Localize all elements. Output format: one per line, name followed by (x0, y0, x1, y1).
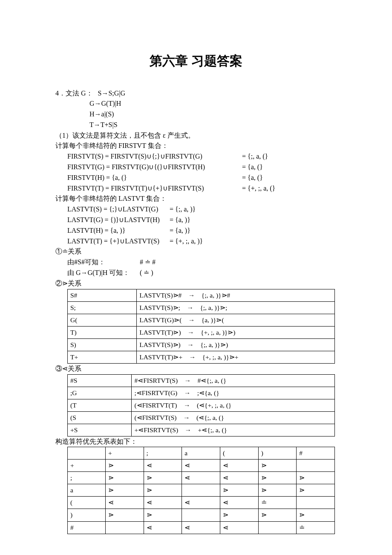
gt-c2: LASTVT(T)⋗) (139, 329, 181, 336)
prec-col-hdr: a (182, 447, 220, 460)
lastvt-row: LASTVT(H) = {a, )}= {a, )} (55, 225, 337, 236)
arrow-icon: → (187, 304, 193, 311)
table-row: + ; a ( ) # (68, 447, 335, 460)
prec-cell: ⋖ (144, 460, 182, 472)
prec-cell: ⋗ (297, 472, 335, 484)
prec-col-hdr: ; (144, 447, 182, 460)
lt-c1: (T (68, 399, 132, 411)
eq-left: 由 G→G(T)|H 可知： (67, 268, 140, 278)
prec-cell: ⋗ (258, 472, 297, 484)
prec-col-hdr (68, 447, 106, 460)
document-page: 第六章 习题答案 4．文法 G： S→S;G|G G→G(T)|H H→a|(S… (0, 0, 392, 555)
gt-c2: LASTVT(S)⋗# (139, 292, 182, 299)
gt-c1: S) (68, 338, 137, 351)
table-row: T)LASTVT(T)⋗) → {+, ;, a, )}⋗) (68, 326, 335, 338)
lastvt-right: = {;, a, )} (170, 204, 208, 215)
eq-row: 由 G→G(T)|H 可知：( ≐ ) (55, 268, 337, 278)
arrow-icon: → (189, 353, 196, 361)
lt-c4: (⋖{;, a, (} (196, 414, 224, 421)
eq-header: ①≐关系 (55, 246, 337, 257)
prec-cell: ⋗ (258, 484, 297, 497)
table-row: S)LASTVT(S)⋗) → {;, a, )}⋗) (68, 338, 335, 351)
prec-cell: ≐ (297, 521, 335, 534)
prec-cell: ⋗ (105, 472, 144, 484)
prec-cell (105, 521, 144, 534)
gt-c1: G( (68, 314, 137, 326)
table-row: T+LASTVT(T)⋗+ → {+, ;, a, )}⋗+ (68, 351, 335, 363)
prec-cell: ⋖ (105, 497, 144, 509)
firstvt-left: FIRSTVT(T) = FIRSTVT(T)∪{+}∪FIRSTVT(S) (67, 183, 242, 194)
grammar-rule: G→G(T)|H (55, 98, 337, 109)
arrow-icon: → (187, 329, 194, 336)
table-row: (⋖⋖⋖⋖≐ (68, 497, 335, 509)
prec-cell: ⋗ (105, 509, 144, 521)
prec-col-hdr: ( (220, 447, 258, 460)
prec-cell: ⋗ (297, 484, 335, 497)
lt-c4: #⋖{;, a, (} (198, 377, 226, 384)
gt-c4: {;, a, )}⋗; (200, 304, 227, 311)
prec-col-hdr: ) (258, 447, 297, 460)
firstvt-right: = {+, ;, a, (} (242, 183, 337, 194)
grammar-rule: T→T+S|S (55, 120, 337, 130)
gt-c1: S# (68, 289, 137, 301)
gt-c1: T+ (68, 351, 137, 363)
gt-c2: LASTVT(S)⋗; (139, 304, 180, 311)
lt-c4: +⋖{;, a, (} (198, 426, 227, 434)
table-row: G(LASTVT(G)⋗( → {a, )}⋗( (68, 314, 335, 326)
prec-cell: ⋖ (220, 497, 258, 509)
prec-cell (297, 460, 335, 472)
question-header: 4．文法 G： S→S;G|G (55, 88, 337, 99)
prec-cell: ⋖ (220, 460, 258, 472)
lt-c1: #S (68, 374, 132, 387)
table-row: S;LASTVT(S)⋗; → {;, a, )}⋗; (68, 301, 335, 314)
lt-c4: ;⋖{a, (} (197, 389, 219, 396)
table-row: +⋗⋖⋖⋖⋗ (68, 460, 335, 472)
prec-cell: ⋖ (220, 521, 258, 534)
prec-cell (258, 521, 297, 534)
lt-c2: (⋖FISRTVT(T) (134, 402, 177, 409)
arrow-icon: → (188, 292, 195, 299)
prec-col-hdr: # (297, 447, 335, 460)
firstvt-right: = {;, a, (} (242, 151, 337, 162)
grammar-rule: H→a|(S) (55, 109, 337, 120)
firstvt-left: FIRSTVT(S) = FIRSTVT(S)∪{;}∪FIRSTVT(G) (67, 151, 242, 162)
table-row: )⋗⋗⋗⋗⋗ (68, 509, 335, 521)
lt-c2: ;⋖FISRTVT(G) (134, 389, 177, 396)
gt-c2: LASTVT(G)⋗( (139, 316, 182, 324)
prec-cell: ⋖ (144, 521, 182, 534)
arrow-icon: → (184, 389, 191, 396)
prec-cell: ⋗ (220, 509, 258, 521)
firstvt-row: FIRSTVT(G) = FIRSTVT(G)∪{(}∪FIRSTVT(H)= … (55, 162, 337, 173)
eq-right: # ≐ # (140, 257, 156, 268)
firstvt-right: = {a, (} (242, 173, 337, 183)
arrow-icon: → (184, 377, 191, 384)
firstvt-row: FIRSTVT(H) = {a, (}= {a, (} (55, 173, 337, 183)
gt-table: S#LASTVT(S)⋗# → {;, a, )}⋗# S;LASTVT(S)⋗… (67, 289, 335, 364)
lastvt-right: = {a, )} (170, 225, 208, 236)
lt-c1: +S (68, 424, 132, 436)
lt-table: #S#⋖FISRTVT(S) → #⋖{;, a, (} ;G;⋖FISRTVT… (67, 374, 335, 436)
page-title: 第六章 习题答案 (55, 51, 337, 71)
prec-cell: ⋗ (258, 460, 297, 472)
eq-row: 由#S#可知：# ≐ # (55, 257, 337, 268)
prec-cell: ⋖ (220, 472, 258, 484)
prec-cell: ⋗ (144, 509, 182, 521)
prec-cell: ⋗ (144, 472, 182, 484)
arrow-icon: → (187, 341, 194, 348)
table-row: a⋗⋗⋗⋗⋗ (68, 484, 335, 497)
table-row: (T(⋖FISRTVT(T) → (⋖{+, ;, a, (} (68, 399, 335, 411)
lastvt-header: 计算每个非终结符的 LASTVT 集合： (55, 194, 337, 204)
prec-cell (297, 497, 335, 509)
prec-header: 构造算符优先关系表如下： (55, 436, 337, 447)
prec-row-hdr: # (68, 521, 106, 534)
lastvt-row: LASTVT(T) = {+}∪LASTVT(S)= {+, ;, a, )} (55, 236, 337, 247)
prec-cell: ⋖ (182, 460, 220, 472)
lt-c2: (⋖FISRTVT(S) (134, 414, 176, 421)
gt-c4: {+, ;, a, )}⋗) (201, 329, 235, 336)
lt-c1: (S (68, 411, 132, 424)
gt-header: ②⋗关系 (55, 278, 337, 289)
lt-c4: (⋖{+, ;, a, (} (197, 402, 231, 409)
prec-row-hdr: ) (68, 509, 106, 521)
table-row: (S(⋖FISRTVT(S) → (⋖{;, a, (} (68, 411, 335, 424)
arrow-icon: → (185, 426, 192, 434)
